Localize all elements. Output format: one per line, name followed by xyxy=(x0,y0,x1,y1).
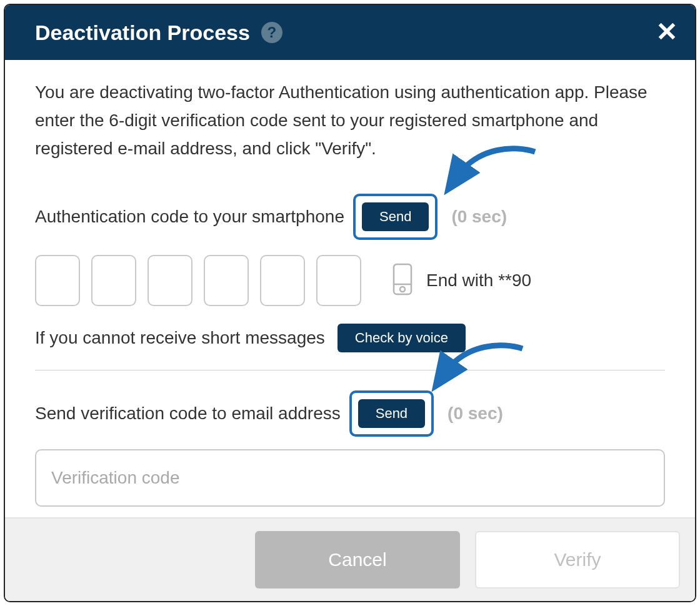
sms-send-button[interactable]: Send xyxy=(362,202,429,231)
sms-code-row: End with **90 xyxy=(35,255,665,306)
sms-code-input-6[interactable] xyxy=(316,255,361,306)
phone-icon xyxy=(390,262,415,299)
sms-label: Authentication code to your smartphone xyxy=(35,207,344,227)
sms-code-input-1[interactable] xyxy=(35,255,80,306)
modal-header: Deactivation Process ? xyxy=(5,5,695,60)
email-verification-input[interactable] xyxy=(35,449,665,507)
modal-title: Deactivation Process xyxy=(35,21,250,45)
sms-code-input-2[interactable] xyxy=(91,255,136,306)
sms-code-input-3[interactable] xyxy=(148,255,192,306)
email-send-highlight: Send xyxy=(349,390,434,437)
email-send-button[interactable]: Send xyxy=(358,399,425,428)
voice-label: If you cannot receive short messages xyxy=(35,328,325,348)
modal-footer: Cancel Verify xyxy=(5,517,695,601)
sms-code-input-4[interactable] xyxy=(204,255,249,306)
svg-rect-2 xyxy=(394,264,411,294)
voice-row: If you cannot receive short messages Che… xyxy=(35,324,665,352)
deactivation-modal: Deactivation Process ? You are deactivat… xyxy=(4,4,696,602)
sms-code-input-5[interactable] xyxy=(260,255,305,306)
email-label-row: Send verification code to email address … xyxy=(35,390,665,437)
email-timer: (0 sec) xyxy=(448,404,503,424)
intro-text: You are deactivating two-factor Authenti… xyxy=(35,79,665,162)
email-label: Send verification code to email address xyxy=(35,404,341,424)
title-wrap: Deactivation Process ? xyxy=(35,21,282,45)
sms-send-highlight: Send xyxy=(353,194,438,240)
device-hint: End with **90 xyxy=(390,262,531,299)
cancel-button[interactable]: Cancel xyxy=(255,531,460,589)
close-icon[interactable] xyxy=(656,21,678,44)
section-sms: Authentication code to your smartphone S… xyxy=(35,194,665,352)
section-divider xyxy=(35,370,665,370)
check-by-voice-button[interactable]: Check by voice xyxy=(338,324,466,352)
sms-timer: (0 sec) xyxy=(451,207,507,227)
modal-body: You are deactivating two-factor Authenti… xyxy=(5,60,695,517)
verify-button[interactable]: Verify xyxy=(475,531,680,589)
help-icon[interactable]: ? xyxy=(261,22,282,43)
device-hint-text: End with **90 xyxy=(426,271,531,291)
section-email: Send verification code to email address … xyxy=(35,390,665,507)
svg-point-4 xyxy=(400,287,405,292)
sms-label-row: Authentication code to your smartphone S… xyxy=(35,194,665,240)
